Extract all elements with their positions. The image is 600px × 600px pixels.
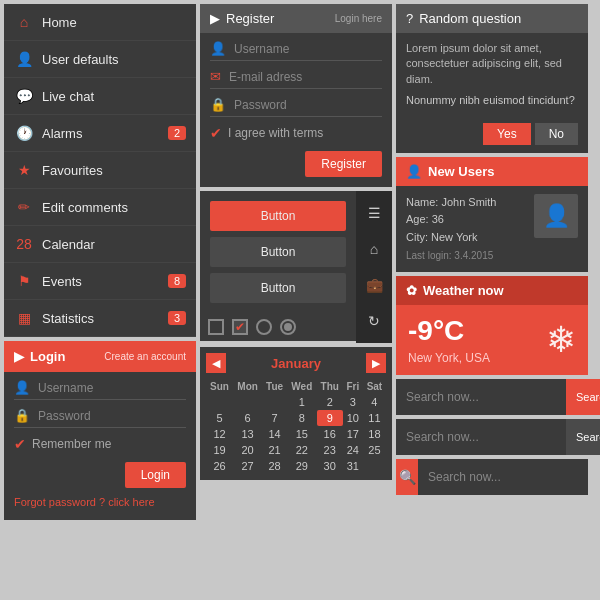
play-icon: ▶	[210, 11, 220, 26]
create-account-link[interactable]: Create an account	[104, 351, 186, 362]
cal-day[interactable]: 12	[206, 426, 233, 442]
controls-row: ✔	[200, 313, 356, 341]
radio-unchecked[interactable]	[256, 319, 272, 335]
click-here-link[interactable]: click here	[108, 496, 154, 508]
login-button[interactable]: Login	[125, 462, 186, 488]
nav-label: User defaults	[42, 52, 186, 67]
nu-name: Name: John Smith	[406, 194, 526, 212]
cal-day[interactable]: 19	[206, 442, 233, 458]
cal-day[interactable]: 17	[343, 426, 363, 442]
cal-day[interactable]: 1	[287, 394, 317, 410]
search-input-2[interactable]	[396, 419, 566, 455]
cal-day[interactable]: 10	[343, 410, 363, 426]
nav-item-edit-comments[interactable]: ✏ Edit comments	[4, 189, 196, 226]
cal-day[interactable]: 29	[287, 458, 317, 474]
cal-day-header: Sun	[206, 379, 233, 394]
cal-day[interactable]: 27	[233, 458, 262, 474]
play-icon: ▶	[14, 349, 24, 364]
button-3[interactable]: Button	[210, 273, 346, 303]
checkbox-unchecked[interactable]	[208, 319, 224, 335]
nav-item-favourites[interactable]: ★ Favourites	[4, 152, 196, 189]
cal-day[interactable]: 21	[262, 442, 287, 458]
hamburger-icon[interactable]: ☰	[356, 195, 392, 231]
briefcase-icon[interactable]: 💼	[356, 267, 392, 303]
cal-day[interactable]: 18	[363, 426, 386, 442]
login-here-link[interactable]: Login here	[335, 13, 382, 24]
weather-body: -9°C New York, USA ❄	[396, 305, 588, 375]
calendar-prev-button[interactable]: ◀	[206, 353, 226, 373]
reg-email-input[interactable]	[229, 70, 382, 84]
nav-item-calendar[interactable]: 28 Calendar	[4, 226, 196, 263]
register-button[interactable]: Register	[305, 151, 382, 177]
login-username-input[interactable]	[38, 381, 186, 395]
nav-item-alarms[interactable]: 🕐 Alarms 2	[4, 115, 196, 152]
email-icon: ✉	[210, 69, 221, 84]
checkmark-icon: ✔	[210, 125, 222, 141]
nav-icon: ★	[14, 160, 34, 180]
weather-location: New York, USA	[408, 351, 490, 365]
search-button-2[interactable]: Search	[566, 419, 600, 455]
checkbox-checked[interactable]: ✔	[232, 319, 248, 335]
login-title: ▶ Login	[14, 349, 65, 364]
cal-day[interactable]: 20	[233, 442, 262, 458]
cal-day[interactable]: 25	[363, 442, 386, 458]
reg-username-input[interactable]	[234, 42, 382, 56]
nav-badge: 3	[168, 311, 186, 325]
cal-day[interactable]: 31	[343, 458, 363, 474]
cal-day[interactable]: 30	[317, 458, 343, 474]
refresh-icon[interactable]: ↻	[356, 303, 392, 339]
calendar-next-button[interactable]: ▶	[366, 353, 386, 373]
nu-last-login: Last login: 3.4.2015	[406, 248, 526, 264]
cal-day[interactable]: 22	[287, 442, 317, 458]
no-button[interactable]: No	[535, 123, 578, 145]
cal-day[interactable]: 23	[317, 442, 343, 458]
cal-day[interactable]: 26	[206, 458, 233, 474]
button-1[interactable]: Button	[210, 201, 346, 231]
home-icon[interactable]: ⌂	[356, 231, 392, 267]
search-now-button-1[interactable]: Search now	[566, 379, 600, 415]
nu-avatar: 👤	[534, 194, 578, 238]
search-icon-button-3[interactable]: 🔍	[396, 459, 418, 495]
login-btn-row: Login	[14, 462, 186, 488]
lock-icon: 🔒	[210, 97, 226, 112]
cal-day[interactable]: 24	[343, 442, 363, 458]
cal-day[interactable]: 28	[262, 458, 287, 474]
nav-icon: ⚑	[14, 271, 34, 291]
cal-day[interactable]: 4	[363, 394, 386, 410]
radio-checked[interactable]	[280, 319, 296, 335]
search-input-3[interactable]	[418, 459, 588, 495]
nav-item-home[interactable]: ⌂ Home	[4, 4, 196, 41]
button-2[interactable]: Button	[210, 237, 346, 267]
nav-item-statistics[interactable]: ▦ Statistics 3	[4, 300, 196, 337]
nav-item-events[interactable]: ⚑ Events 8	[4, 263, 196, 300]
cal-day[interactable]: 8	[287, 410, 317, 426]
nav-item-live-chat[interactable]: 💬 Live chat	[4, 78, 196, 115]
register-header: ▶ Register Login here	[200, 4, 392, 33]
search-panel-1: Search now 🔍	[396, 379, 588, 415]
cal-day	[233, 394, 262, 410]
nav-label: Calendar	[42, 237, 186, 252]
cal-day[interactable]: 14	[262, 426, 287, 442]
cal-day[interactable]: 2	[317, 394, 343, 410]
nav-badge: 2	[168, 126, 186, 140]
login-password-input[interactable]	[38, 409, 186, 423]
search-input-1[interactable]	[396, 379, 566, 415]
nav-panel: ⌂ Home 👤 User defaults 💬 Live chat 🕐 Ala…	[4, 4, 196, 337]
cal-day[interactable]: 9	[317, 410, 343, 426]
cal-day[interactable]: 11	[363, 410, 386, 426]
cal-day[interactable]: 16	[317, 426, 343, 442]
cal-day[interactable]: 6	[233, 410, 262, 426]
cal-day[interactable]: 15	[287, 426, 317, 442]
nav-label: Home	[42, 15, 186, 30]
cal-day[interactable]: 5	[206, 410, 233, 426]
cal-day[interactable]: 13	[233, 426, 262, 442]
remember-label: Remember me	[32, 437, 111, 451]
cal-day[interactable]: 7	[262, 410, 287, 426]
nav-item-user-defaults[interactable]: 👤 User defaults	[4, 41, 196, 78]
nav-icon: ⌂	[14, 12, 34, 32]
new-users-panel: 👤 New Users Name: John Smith Age: 36 Cit…	[396, 157, 588, 273]
weather-panel: ✿ Weather now -9°C New York, USA ❄	[396, 276, 588, 375]
yes-button[interactable]: Yes	[483, 123, 531, 145]
cal-day[interactable]: 3	[343, 394, 363, 410]
reg-password-input[interactable]	[234, 98, 382, 112]
